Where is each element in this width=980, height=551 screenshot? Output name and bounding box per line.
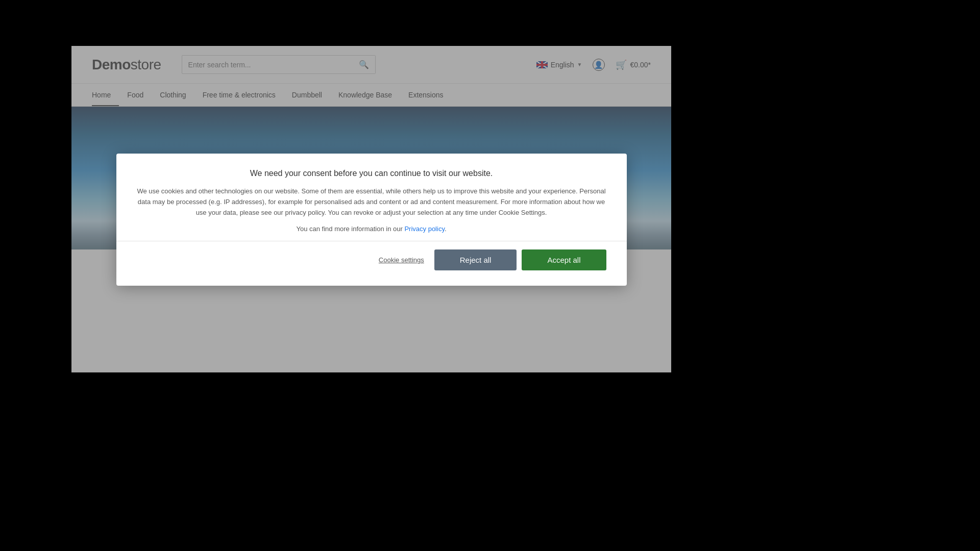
cookie-consent-modal: We need your consent before you can cont… <box>116 154 627 286</box>
cookie-modal-privacy-line: You can find more information in our Pri… <box>137 225 606 233</box>
cookie-modal-title: We need your consent before you can cont… <box>137 169 606 178</box>
reject-all-button[interactable]: Reject all <box>434 249 517 270</box>
privacy-policy-link[interactable]: Privacy policy <box>404 225 445 233</box>
cookie-modal-body: We use cookies and other technologies on… <box>137 186 606 218</box>
privacy-suffix: . <box>445 225 447 233</box>
cookie-modal-footer: Cookie settings Reject all Accept all <box>137 249 606 270</box>
accept-all-button[interactable]: Accept all <box>522 249 606 270</box>
cookie-settings-link[interactable]: Cookie settings <box>379 256 424 264</box>
modal-divider <box>116 241 627 241</box>
privacy-prefix: You can find more information in our <box>296 225 404 233</box>
